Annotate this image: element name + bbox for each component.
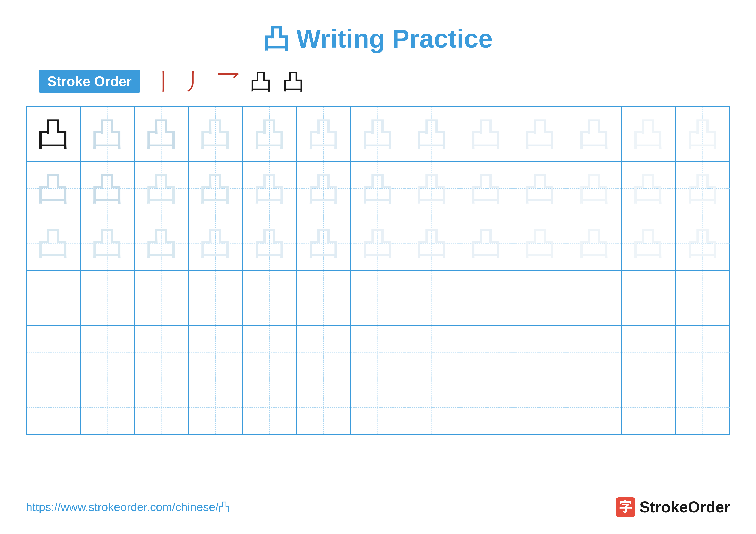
grid-cell[interactable] [405,380,459,435]
grid-cell[interactable] [459,380,513,435]
grid-cell[interactable]: 凸 [567,216,622,270]
grid-cell[interactable] [351,271,405,325]
grid-cell[interactable] [189,326,243,380]
practice-char: 凸 [145,227,177,260]
grid-cell[interactable] [243,326,297,380]
grid-cell[interactable]: 凸 [189,216,243,270]
practice-char: 凸 [524,172,556,205]
grid-cell[interactable] [351,380,405,435]
grid-cell[interactable] [297,380,351,435]
grid-cell[interactable]: 凸 [297,216,351,270]
grid-cell[interactable]: 凸 [81,162,135,216]
grid-cell[interactable]: 凸 [135,216,189,270]
grid-cell[interactable] [567,380,622,435]
practice-char: 凸 [308,227,340,260]
stroke-2: 丿 [186,71,207,92]
grid-cell[interactable]: 凸 [676,107,730,161]
grid-cell[interactable] [513,326,567,380]
grid-cell[interactable]: 凸 [81,216,135,270]
grid-cell[interactable]: 凸 [405,107,459,161]
grid-cell[interactable] [567,326,622,380]
grid-cell[interactable]: 凸 [27,216,81,270]
practice-char: 凸 [254,227,286,260]
grid-row-6 [27,380,729,435]
grid-cell[interactable]: 凸 [135,107,189,161]
grid-cell[interactable]: 凸 [405,216,459,270]
grid-cell[interactable]: 凸 [676,216,730,270]
grid-cell[interactable]: 凸 [81,107,135,161]
grid-cell[interactable]: 凸 [405,162,459,216]
grid-cell[interactable] [513,271,567,325]
practice-char: 凸 [362,172,394,205]
practice-char: 凸 [91,118,123,150]
grid-cell[interactable] [135,271,189,325]
practice-char: 凸 [524,118,556,150]
grid-cell[interactable]: 凸 [243,216,297,270]
practice-char: 凸 [416,118,448,150]
grid-cell[interactable]: 凸 [27,162,81,216]
grid-cell[interactable] [189,380,243,435]
grid-cell[interactable]: 凸 [189,107,243,161]
practice-char: 凸 [145,118,177,150]
grid-cell[interactable] [405,271,459,325]
grid-cell[interactable]: 凸 [513,162,567,216]
grid-cell[interactable] [243,271,297,325]
grid-cell[interactable]: 凸 [567,107,622,161]
grid-cell[interactable] [135,380,189,435]
grid-cell[interactable] [622,380,676,435]
grid-cell[interactable] [405,326,459,380]
grid-cell[interactable] [297,271,351,325]
footer: https://www.strokeorder.com/chinese/凸 字 … [26,497,730,517]
grid-cell[interactable]: 凸 [567,162,622,216]
grid-cell[interactable] [459,326,513,380]
grid-cell[interactable]: 凸 [459,162,513,216]
practice-char: 凸 [578,118,610,150]
grid-cell[interactable] [81,326,135,380]
grid-cell[interactable]: 凸 [622,162,676,216]
grid-cell[interactable] [567,271,622,325]
logo-text: StrokeOrder [640,498,730,516]
grid-cell[interactable] [622,271,676,325]
grid-cell[interactable] [459,271,513,325]
grid-cell[interactable] [135,326,189,380]
grid-cell[interactable] [513,380,567,435]
grid-cell[interactable]: 凸 [297,162,351,216]
grid-cell[interactable] [27,271,81,325]
grid-cell[interactable]: 凸 [513,107,567,161]
footer-url[interactable]: https://www.strokeorder.com/chinese/凸 [26,499,230,515]
grid-cell[interactable] [189,271,243,325]
stroke-3: 乛 [218,71,239,92]
grid-cell[interactable]: 凸 [459,216,513,270]
grid-cell[interactable]: 凸 [189,162,243,216]
grid-cell[interactable]: 凸 [351,216,405,270]
grid-cell[interactable]: 凸 [297,107,351,161]
logo-icon-char: 字 [619,498,632,516]
footer-url-text: https://www.strokeorder.com/chinese/凸 [26,500,230,513]
grid-cell[interactable] [676,380,730,435]
title-label: Writing Practice [296,24,493,53]
grid-cell[interactable]: 凸 [351,162,405,216]
stroke-order-badge: Stroke Order [39,69,140,93]
practice-char: 凸 [632,118,664,150]
grid-cell[interactable] [297,326,351,380]
grid-cell[interactable] [676,271,730,325]
grid-cell[interactable] [27,380,81,435]
grid-cell[interactable]: 凸 [622,107,676,161]
grid-cell[interactable] [243,380,297,435]
grid-cell[interactable] [81,380,135,435]
grid-cell[interactable] [27,326,81,380]
grid-cell[interactable] [676,326,730,380]
grid-cell[interactable]: 凸 [135,162,189,216]
grid-cell[interactable] [351,326,405,380]
practice-char: 凸 [632,172,664,205]
grid-cell[interactable]: 凸 [513,216,567,270]
grid-cell[interactable]: 凸 [676,162,730,216]
grid-cell[interactable]: 凸 [622,216,676,270]
grid-cell[interactable]: 凸 [459,107,513,161]
grid-cell[interactable] [622,326,676,380]
grid-cell[interactable]: 凸 [243,107,297,161]
grid-cell[interactable]: 凸 [351,107,405,161]
grid-cell[interactable]: 凸 [27,107,81,161]
grid-cell[interactable] [81,271,135,325]
grid-cell[interactable]: 凸 [243,162,297,216]
